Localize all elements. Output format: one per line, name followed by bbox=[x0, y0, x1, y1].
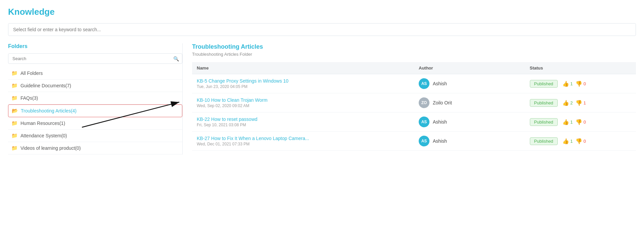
vote-down: 👎 0 bbox=[576, 138, 586, 144]
thumbs-up-icon: 👍 bbox=[562, 81, 569, 87]
content-title: Troubleshooting Articles bbox=[192, 43, 636, 50]
page-title: Knowledge bbox=[8, 7, 636, 17]
status-badge: Published bbox=[530, 99, 558, 107]
col-header-name: Name bbox=[192, 62, 414, 74]
folder-list: 📁 All Folders 📁 Guideline Documents(7) 📁… bbox=[8, 67, 182, 154]
vote-up: 👍 1 bbox=[562, 119, 573, 125]
status-badge: Published bbox=[530, 80, 558, 88]
sidebar-item-hr[interactable]: 📁 Human Resources(1) bbox=[8, 117, 182, 130]
sidebar: Folders 🔍 📁 All Folders 📁 Guideline Docu… bbox=[8, 43, 183, 154]
avatar: AS bbox=[419, 117, 429, 127]
status-badge: Published bbox=[530, 118, 558, 126]
articles-table: Name Author Status KB-5 Change Proxy Set… bbox=[192, 62, 636, 151]
col-header-status: Status bbox=[525, 62, 636, 74]
status-cell: Published 👍 2 👎 1 bbox=[530, 99, 632, 107]
article-name-link[interactable]: KB-22 How to reset passowd bbox=[197, 117, 409, 122]
thumbs-up-icon: 👍 bbox=[562, 119, 569, 125]
vote-up-count: 1 bbox=[570, 81, 573, 86]
article-date: Tue, Jun 23, 2020 04:05 PM bbox=[197, 84, 409, 89]
thumbs-down-icon: 👎 bbox=[576, 81, 582, 87]
author-cell: AS Ashish bbox=[419, 78, 520, 89]
content-pane: Troubleshooting Articles Troubleshooting… bbox=[183, 43, 636, 154]
sidebar-item-guideline[interactable]: 📁 Guideline Documents(7) bbox=[8, 80, 182, 92]
author-name: Zoilo Orit bbox=[433, 100, 452, 105]
vote-group: 👍 1 👎 0 bbox=[562, 138, 586, 144]
status-cell: Published 👍 1 👎 0 bbox=[530, 137, 632, 145]
table-row: KB-27 How to Fix It When a Lenovo Laptop… bbox=[192, 132, 636, 151]
folder-icon: 📁 bbox=[11, 133, 18, 139]
article-name-link[interactable]: KB-5 Change Proxy Settings in Windows 10 bbox=[197, 78, 409, 84]
thumbs-down-icon: 👎 bbox=[576, 119, 582, 125]
sidebar-item-videos[interactable]: 📁 Videos of learning product(0) bbox=[8, 142, 182, 154]
vote-down-count: 1 bbox=[584, 100, 586, 105]
vote-up: 👍 1 bbox=[562, 138, 573, 144]
vote-up: 👍 2 bbox=[562, 100, 573, 106]
table-row: KB-10 How to Clean Trojan Worm Wed, Sep … bbox=[192, 93, 636, 112]
author-name: Ashish bbox=[433, 81, 447, 86]
folder-icon: 📁 bbox=[11, 95, 18, 101]
folder-icon: 📁 bbox=[11, 145, 18, 151]
vote-down: 👎 0 bbox=[576, 119, 586, 125]
avatar: AS bbox=[419, 136, 429, 146]
article-date: Wed, Sep 02, 2020 09:02 AM bbox=[197, 103, 409, 108]
vote-down-count: 0 bbox=[584, 139, 586, 144]
thumbs-up-icon: 👍 bbox=[562, 138, 569, 144]
content-subtitle: Troubleshooting Articles Folder bbox=[192, 52, 636, 57]
vote-group: 👍 1 👎 0 bbox=[562, 81, 586, 87]
article-name-link[interactable]: KB-27 How to Fix It When a Lenovo Laptop… bbox=[197, 136, 409, 141]
vote-up-count: 2 bbox=[570, 100, 573, 105]
vote-down-count: 0 bbox=[584, 81, 586, 86]
article-date: Wed, Dec 01, 2021 07:33 PM bbox=[197, 142, 409, 146]
vote-up-count: 1 bbox=[570, 120, 573, 125]
folder-search-input[interactable] bbox=[8, 53, 182, 64]
avatar: AS bbox=[419, 78, 429, 89]
avatar: ZO bbox=[419, 97, 429, 108]
vote-up-count: 1 bbox=[570, 139, 573, 144]
sidebar-item-troubleshooting[interactable]: 📂 Troubleshooting Articles(4) bbox=[8, 104, 182, 117]
author-name: Ashish bbox=[433, 138, 447, 144]
status-cell: Published 👍 1 👎 0 bbox=[530, 118, 632, 126]
vote-group: 👍 2 👎 1 bbox=[562, 100, 586, 106]
folder-icon: 📁 bbox=[11, 70, 18, 76]
vote-down-count: 0 bbox=[584, 120, 586, 125]
folder-icon: 📁 bbox=[11, 83, 18, 89]
author-cell: AS Ashish bbox=[419, 117, 520, 127]
author-cell: AS Ashish bbox=[419, 136, 520, 146]
vote-up: 👍 1 bbox=[562, 81, 573, 87]
search-icon: 🔍 bbox=[173, 56, 179, 61]
sidebar-item-attendance[interactable]: 📁 Attendance System(0) bbox=[8, 130, 182, 142]
folder-icon: 📂 bbox=[12, 108, 18, 114]
thumbs-down-icon: 👎 bbox=[576, 100, 582, 106]
sidebar-item-faqs[interactable]: 📁 FAQs(3) bbox=[8, 92, 182, 104]
status-cell: Published 👍 1 👎 0 bbox=[530, 80, 632, 88]
col-header-author: Author bbox=[414, 62, 525, 74]
vote-group: 👍 1 👎 0 bbox=[562, 119, 586, 125]
folders-title: Folders bbox=[8, 43, 182, 49]
thumbs-up-icon: 👍 bbox=[562, 100, 569, 106]
table-row: KB-22 How to reset passowd Fri, Sep 10, … bbox=[192, 112, 636, 132]
article-date: Fri, Sep 10, 2021 03:08 PM bbox=[197, 123, 409, 127]
global-search-input[interactable] bbox=[8, 23, 636, 36]
author-cell: ZO Zoilo Orit bbox=[419, 97, 520, 108]
vote-down: 👎 1 bbox=[576, 100, 586, 106]
table-row: KB-5 Change Proxy Settings in Windows 10… bbox=[192, 74, 636, 93]
author-name: Ashish bbox=[433, 119, 447, 125]
status-badge: Published bbox=[530, 137, 558, 145]
vote-down: 👎 0 bbox=[576, 81, 586, 87]
thumbs-down-icon: 👎 bbox=[576, 138, 582, 144]
article-name-link[interactable]: KB-10 How to Clean Trojan Worm bbox=[197, 97, 409, 103]
folder-icon: 📁 bbox=[11, 120, 18, 126]
sidebar-item-all-folders[interactable]: 📁 All Folders bbox=[8, 67, 182, 80]
